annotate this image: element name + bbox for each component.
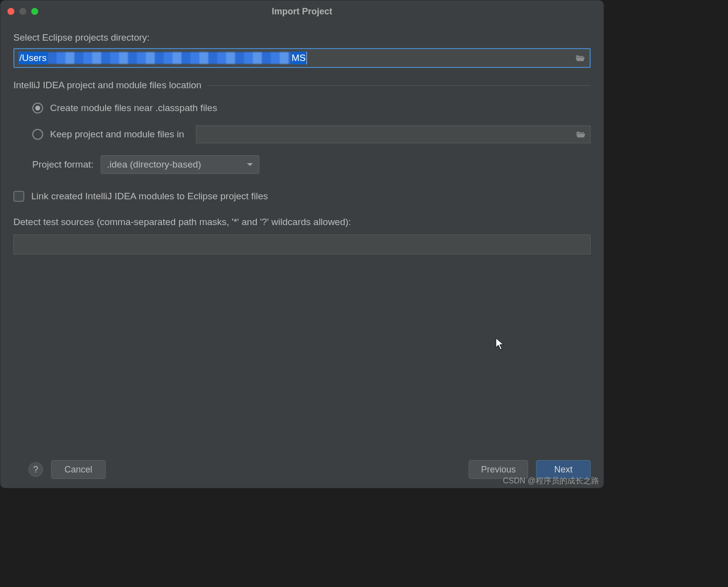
select-directory-label: Select Eclipse projects directory: <box>13 32 591 43</box>
minimize-window-button[interactable] <box>19 8 26 15</box>
radio-keep-files-in[interactable]: Keep project and module files in <box>13 125 591 143</box>
project-format-dropdown[interactable]: .idea (directory-based) <box>101 155 259 174</box>
keep-path-input[interactable] <box>196 126 571 143</box>
detect-sources-label: Detect test sources (comma-separated pat… <box>13 217 591 228</box>
keep-path-field[interactable] <box>196 125 591 143</box>
radio-create-near-classpath[interactable]: Create module files near .classpath file… <box>13 103 591 114</box>
close-window-button[interactable] <box>7 8 14 15</box>
path-prefix: /Users <box>18 52 48 64</box>
chevron-down-icon <box>247 163 253 166</box>
link-modules-checkbox-row[interactable]: Link created IntelliJ IDEA modules to Ec… <box>13 191 591 202</box>
titlebar: Import Project <box>0 0 604 22</box>
radio-create-label: Create module files near .classpath file… <box>50 103 217 114</box>
section-header: IntelliJ IDEA project and module files l… <box>13 80 591 91</box>
project-format-label: Project format: <box>32 159 94 170</box>
zoom-window-button[interactable] <box>31 8 38 15</box>
path-suffix: MS <box>291 52 307 64</box>
link-modules-label: Link created IntelliJ IDEA modules to Ec… <box>31 191 268 202</box>
section-title: IntelliJ IDEA project and module files l… <box>13 80 201 91</box>
radio-button-unchecked-icon <box>32 129 43 140</box>
radio-button-checked-icon <box>32 103 43 114</box>
import-project-dialog: Import Project Select Eclipse projects d… <box>0 0 604 488</box>
dropdown-selected-value: .idea (directory-based) <box>107 159 201 170</box>
watermark-text: CSDN @程序员的成长之路 <box>503 476 599 486</box>
folder-open-icon <box>575 55 585 62</box>
browse-keep-path-button[interactable] <box>571 126 590 143</box>
directory-path-value: /UsersMS <box>14 52 571 64</box>
cancel-button[interactable]: Cancel <box>51 460 106 479</box>
project-format-row: Project format: .idea (directory-based) <box>13 155 591 174</box>
checkbox-unchecked-icon <box>13 191 24 202</box>
detect-sources-input[interactable] <box>13 235 591 254</box>
dialog-content: Select Eclipse projects directory: /User… <box>0 22 604 451</box>
browse-directory-button[interactable] <box>571 49 590 67</box>
folder-open-icon <box>576 131 586 138</box>
directory-path-field[interactable]: /UsersMS <box>13 48 591 68</box>
window-controls <box>7 8 38 15</box>
path-redacted <box>48 52 291 64</box>
radio-keep-label: Keep project and module files in <box>50 129 184 140</box>
window-title: Import Project <box>0 6 604 17</box>
section-divider <box>207 85 591 86</box>
question-mark-icon: ? <box>33 465 38 475</box>
help-button[interactable]: ? <box>28 462 43 477</box>
